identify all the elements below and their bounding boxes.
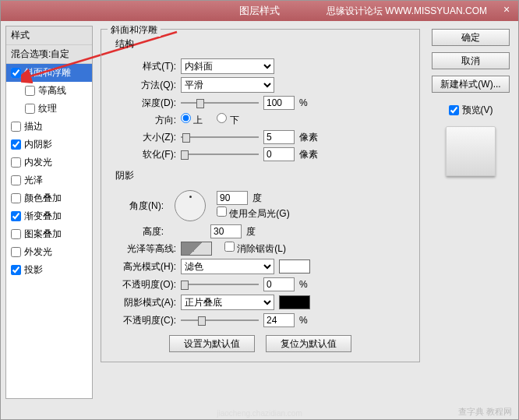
styles-header: 样式 [6,26,92,45]
style-item-label: 内阴影 [24,138,52,151]
angle-dial[interactable] [175,190,206,221]
style-item-图案叠加[interactable]: 图案叠加 [6,225,92,243]
style-checkbox[interactable] [11,157,21,168]
style-item-label: 内发光 [24,156,52,169]
style-item-描边[interactable]: 描边 [6,118,92,136]
shadow-mode-select[interactable]: 正片叠底 [181,295,274,310]
style-checkbox[interactable] [11,193,21,203]
bevel-group-label: 斜面和浮雕 [108,26,161,37]
structure-label: 结构 [109,36,411,55]
depth-label: 深度(D): [109,97,176,110]
settings-panel: 斜面和浮雕 结构 样式(T):内斜面 方法(Q):平滑 深度(D):% 方向: … [93,26,428,399]
style-checkbox[interactable] [11,139,21,150]
depth-slider[interactable] [181,97,259,108]
direction-up[interactable]: 上 [181,113,203,127]
angle-input[interactable] [217,191,248,205]
style-item-纹理[interactable]: 纹理 [6,100,92,118]
highlight-color[interactable] [279,259,310,274]
style-item-label: 颜色叠加 [24,192,62,205]
style-label: 样式(T): [109,60,176,73]
style-item-斜面和浮雕[interactable]: 斜面和浮雕 [6,64,92,82]
style-checkbox[interactable] [11,122,21,132]
style-checkbox[interactable] [25,104,35,114]
shadow-opacity-input[interactable] [263,313,295,327]
soften-input[interactable] [263,147,295,161]
antialias-checkbox[interactable]: 消除锯齿(L) [224,242,286,256]
style-item-label: 等高线 [38,84,66,97]
close-button[interactable]: × [495,1,518,21]
title-bar: 图层样式 思缘设计论坛 WWW.MISSYUAN.COM × [1,1,518,21]
style-checkbox[interactable] [25,86,35,96]
soften-label: 软化(F): [109,148,176,161]
preview-swatch [446,126,496,176]
shadow-opacity-label: 不透明度(C): [109,314,176,327]
direction-down[interactable]: 下 [217,113,238,127]
style-item-内阴影[interactable]: 内阴影 [6,136,92,154]
watermark-url: jiaocheng.chazidian.com [217,409,302,418]
soften-slider[interactable] [181,149,259,160]
style-item-外发光[interactable]: 外发光 [6,243,92,261]
technique-select[interactable]: 平滑 [181,77,274,93]
style-select[interactable]: 内斜面 [181,58,274,74]
style-item-label: 外发光 [24,245,52,259]
style-item-颜色叠加[interactable]: 颜色叠加 [6,189,92,207]
global-light-checkbox[interactable]: 使用全局光(G) [217,206,290,221]
technique-label: 方法(Q): [109,79,176,92]
preview-checkbox[interactable]: 预览(V) [449,104,493,117]
style-checkbox[interactable] [11,247,21,257]
reset-default-button[interactable]: 复位为默认值 [266,335,351,352]
style-checkbox[interactable] [11,265,21,275]
watermark: 查字典 教程网 [458,406,512,418]
right-panel: 确定 取消 新建样式(W)... 预览(V) [428,26,514,399]
highlight-opacity-slider[interactable] [181,279,259,290]
style-item-渐变叠加[interactable]: 渐变叠加 [6,207,92,225]
style-checkbox[interactable] [11,175,21,185]
style-item-label: 投影 [24,263,43,277]
direction-label: 方向: [109,114,176,127]
make-default-button[interactable]: 设置为默认值 [169,335,255,352]
style-item-内发光[interactable]: 内发光 [6,154,92,171]
styles-list: 样式 混合选项:自定 斜面和浮雕等高线纹理描边内阴影内发光光泽颜色叠加渐变叠加图… [5,26,93,399]
size-input[interactable] [263,130,295,144]
highlight-opacity-input[interactable] [263,277,295,291]
style-item-label: 光泽 [24,174,43,187]
style-item-label: 图案叠加 [24,228,62,241]
size-slider[interactable] [181,132,259,143]
altitude-input[interactable] [210,224,242,238]
highlight-mode-label: 高光模式(H): [109,260,176,274]
gloss-contour-label: 光泽等高线: [109,242,176,256]
style-checkbox[interactable] [11,211,21,221]
depth-input[interactable] [263,96,295,110]
shadow-color[interactable] [279,295,310,309]
ok-button[interactable]: 确定 [432,29,510,46]
style-item-label: 纹理 [38,102,57,115]
shadow-mode-label: 阴影模式(A): [109,296,176,309]
cancel-button[interactable]: 取消 [432,52,510,69]
style-item-投影[interactable]: 投影 [6,261,92,279]
shadow-opacity-slider[interactable] [181,315,259,326]
highlight-opacity-label: 不透明度(O): [109,278,176,291]
highlight-mode-select[interactable]: 滤色 [181,259,274,274]
window-title: 图层样式 [239,4,280,18]
angle-label: 角度(N): [109,199,164,213]
style-item-label: 斜面和浮雕 [24,66,71,79]
style-item-等高线[interactable]: 等高线 [6,82,92,100]
style-checkbox[interactable] [11,229,21,239]
style-item-label: 描边 [24,120,43,133]
title-subtitle: 思缘设计论坛 WWW.MISSYUAN.COM [327,5,487,18]
size-label: 大小(Z): [109,131,176,144]
altitude-label: 高度: [109,225,164,238]
style-item-label: 渐变叠加 [24,210,62,223]
blend-options[interactable]: 混合选项:自定 [6,45,92,64]
shading-label: 阴影 [109,168,411,187]
style-item-光泽[interactable]: 光泽 [6,171,92,189]
style-checkbox[interactable] [11,68,21,78]
new-style-button[interactable]: 新建样式(W)... [432,76,510,93]
gloss-contour-picker[interactable] [181,242,212,256]
